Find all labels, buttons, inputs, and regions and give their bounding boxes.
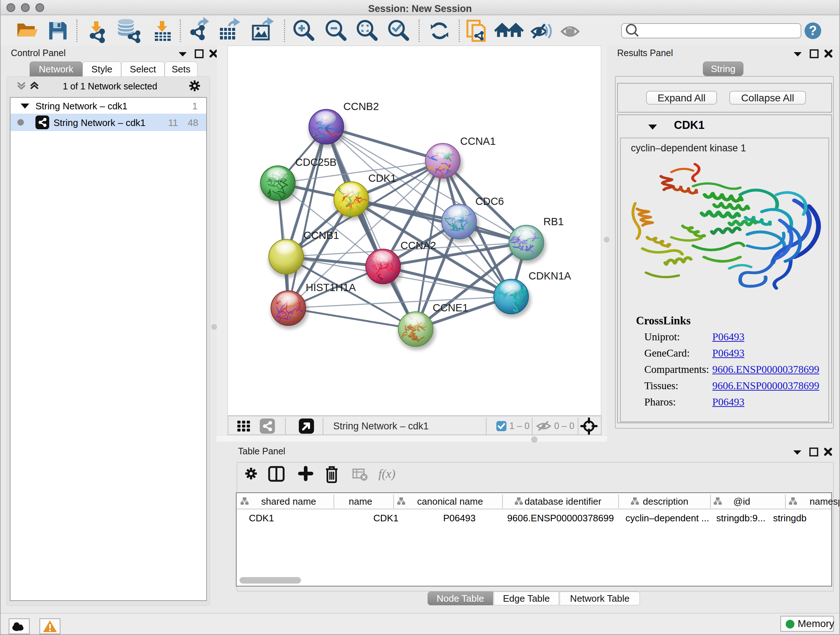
- svg-text:CDC6: CDC6: [475, 195, 504, 207]
- svg-text:CCNA2: CCNA2: [401, 240, 436, 251]
- svg-text:CDC25B: CDC25B: [295, 157, 336, 168]
- svg-text:CDKN1A: CDKN1A: [529, 270, 571, 282]
- svg-text:RB1: RB1: [543, 216, 564, 227]
- svg-text:CDK1: CDK1: [368, 172, 396, 184]
- svg-text:1 – 0: 1 – 0: [509, 421, 530, 431]
- svg-text:CCNB1: CCNB1: [303, 230, 339, 241]
- svg-text:0 – 0: 0 – 0: [554, 421, 575, 431]
- svg-text:?: ?: [809, 23, 817, 38]
- svg-text:HIST1H1A: HIST1H1A: [306, 282, 356, 293]
- svg-text:CCNE1: CCNE1: [433, 302, 468, 314]
- svg-text:String Network – cdk1: String Network – cdk1: [333, 421, 429, 432]
- svg-text:CCNA1: CCNA1: [460, 135, 496, 147]
- svg-text:f(x): f(x): [378, 467, 395, 481]
- svg-text:CCNB2: CCNB2: [343, 101, 379, 112]
